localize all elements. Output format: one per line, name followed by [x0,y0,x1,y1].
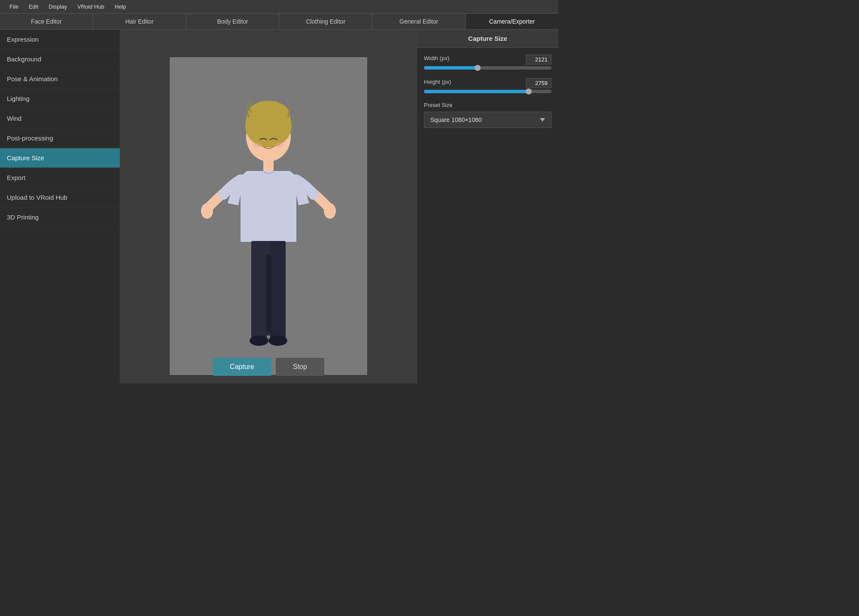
avatar-svg [191,70,346,362]
height-label: Height (px) [424,79,451,85]
height-slider-thumb[interactable] [526,88,532,95]
tab-face-editor[interactable]: Face Editor [0,14,93,29]
height-slider-fill [424,90,529,93]
sidebar-item-background[interactable]: Background [0,49,120,69]
menu-vroid-hub[interactable]: VRoid Hub [72,0,110,13]
right-panel: Capture Size Width (px) 2121 Height (px)… [417,30,558,384]
width-slider-fill [424,66,478,70]
stop-button[interactable]: Stop [276,358,324,376]
menu-bar: File Edit Display VRoid Hub Help [0,0,558,14]
tab-camera-exporter[interactable]: Camera/Exporter [466,14,558,29]
width-value[interactable]: 2121 [526,55,551,64]
height-value[interactable]: 2759 [526,78,551,88]
svg-point-11 [250,335,268,346]
width-field-row: Width (px) 2121 [424,55,551,64]
sidebar-item-post-processing[interactable]: Post-processing [0,128,120,148]
svg-rect-4 [263,159,274,172]
sidebar: Expression Background Pose & Animation L… [0,30,120,384]
right-panel-title: Capture Size [417,30,558,48]
tab-body-editor[interactable]: Body Editor [186,14,280,29]
tab-general-editor[interactable]: General Editor [372,14,466,29]
tab-clothing-editor[interactable]: Clothing Editor [279,14,372,29]
preview-area: Capture Stop [120,30,417,384]
sidebar-item-capture-size[interactable]: Capture Size [0,148,120,168]
main-layout: Expression Background Pose & Animation L… [0,30,558,384]
preview-canvas [170,57,367,375]
height-field-row: Height (px) 2759 [424,78,551,88]
preview-buttons: Capture Stop [213,358,324,376]
preset-size-label: Preset Size [424,102,551,108]
sidebar-item-wind[interactable]: Wind [0,109,120,128]
menu-help[interactable]: Help [110,0,131,13]
capture-button[interactable]: Capture [213,358,271,376]
svg-point-2 [253,143,262,148]
sidebar-item-lighting[interactable]: Lighting [0,89,120,109]
svg-rect-9 [270,241,286,340]
svg-rect-8 [251,241,267,340]
svg-point-3 [275,143,283,148]
preset-size-value: Square 1080×1080 [430,116,482,123]
svg-point-5 [201,203,213,219]
sidebar-item-export[interactable]: Export [0,168,120,188]
width-slider[interactable] [424,66,551,70]
sidebar-item-expression[interactable]: Expression [0,30,120,49]
chevron-down-icon [540,118,545,122]
svg-rect-10 [266,255,271,332]
sidebar-item-upload-vroid-hub[interactable]: Upload to VRoid Hub [0,188,120,207]
tab-hair-editor[interactable]: Hair Editor [93,14,186,29]
width-label: Width (px) [424,55,449,61]
sidebar-item-pose-animation[interactable]: Pose & Animation [0,69,120,89]
menu-edit[interactable]: Edit [24,0,43,13]
sidebar-item-3d-printing[interactable]: 3D Printing [0,207,120,227]
tab-bar: Face Editor Hair Editor Body Editor Clot… [0,14,558,30]
preset-size-select[interactable]: Square 1080×1080 [424,112,551,128]
height-slider[interactable] [424,90,551,93]
svg-point-6 [324,203,336,219]
menu-file[interactable]: File [4,0,24,13]
right-panel-body: Width (px) 2121 Height (px) 2759 Preset … [417,48,558,135]
menu-display[interactable]: Display [43,0,72,13]
svg-point-12 [268,335,287,346]
width-slider-thumb[interactable] [475,65,481,71]
